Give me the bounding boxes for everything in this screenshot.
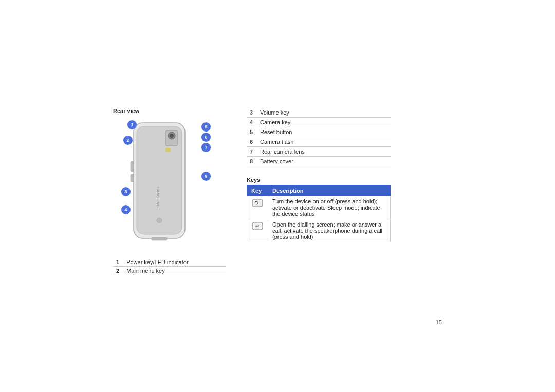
part-number: 7 — [247, 147, 257, 157]
svg-rect-7 — [131, 161, 134, 172]
key-icon-cell — [247, 196, 268, 219]
key-description: Open the dialling screen; make or answer… — [268, 219, 391, 242]
parts-row: 8 Battery cover — [247, 157, 391, 166]
part-label: Camera flash — [257, 137, 391, 147]
svg-rect-11 — [252, 199, 263, 207]
phone-diagram: SAMSUNG 1 2 3 4 5 6 7 9 — [113, 120, 216, 249]
callout-number: 1 — [113, 258, 123, 267]
key-description: Turn the device on or off (press and hol… — [268, 196, 391, 219]
part-number: 6 — [247, 137, 257, 147]
callout-dot-1: 1 — [127, 120, 137, 129]
callout-dot-9: 9 — [201, 172, 211, 181]
callout-label: Power key/LED indicator — [123, 258, 226, 267]
parts-row: 6 Camera flash — [247, 137, 391, 147]
svg-rect-9 — [152, 237, 167, 240]
keys-table: Key Description Turn the device on or of… — [247, 185, 391, 242]
svg-text:↩: ↩ — [255, 223, 260, 229]
rear-view-title: Rear view — [113, 108, 139, 114]
parts-table: 3 Volume key 4 Camera key 5 Reset button… — [247, 108, 391, 166]
call-key-icon: ↩ — [251, 221, 264, 231]
svg-rect-5 — [165, 148, 171, 152]
keys-col-key: Key — [247, 185, 268, 196]
parts-row: 4 Camera key — [247, 118, 391, 127]
callout-label: Main menu key — [123, 267, 226, 275]
callout-dot-3: 3 — [121, 187, 131, 196]
left-panel: Rear view SAMSUNG — [113, 108, 226, 275]
parts-row: 3 Volume key — [247, 108, 391, 118]
key-row: Turn the device on or off (press and hol… — [247, 196, 391, 219]
part-number: 3 — [247, 108, 257, 118]
part-number: 5 — [247, 127, 257, 137]
phone-svg: SAMSUNG — [128, 120, 195, 244]
part-label: Rear camera lens — [257, 147, 391, 157]
callout-number: 2 — [113, 267, 123, 275]
right-panel: 3 Volume key 4 Camera key 5 Reset button… — [247, 108, 391, 242]
power-key-icon — [251, 198, 264, 208]
svg-text:SAMSUNG: SAMSUNG — [156, 187, 160, 208]
callout-table: 1 Power key/LED indicator 2 Main menu ke… — [113, 258, 226, 275]
callout-dot-2: 2 — [123, 136, 133, 145]
page-number: 15 — [436, 319, 442, 325]
keys-section-title: Keys — [247, 177, 391, 183]
part-label: Camera key — [257, 118, 391, 127]
part-label: Volume key — [257, 108, 391, 118]
key-icon-cell: ↩ — [247, 219, 268, 242]
svg-point-10 — [157, 218, 162, 223]
callout-dot-6: 6 — [201, 133, 211, 142]
parts-row: 7 Rear camera lens — [247, 147, 391, 157]
keys-col-description: Description — [268, 185, 391, 196]
svg-point-4 — [170, 134, 174, 138]
part-label: Battery cover — [257, 157, 391, 166]
svg-rect-8 — [131, 174, 134, 182]
content-area: Rear view SAMSUNG — [113, 108, 391, 275]
part-number: 8 — [247, 157, 257, 166]
part-label: Reset button — [257, 127, 391, 137]
callout-dot-4: 4 — [121, 205, 131, 214]
key-row: ↩ Open the dialling screen; make or answ… — [247, 219, 391, 242]
callout-dot-7: 7 — [201, 143, 211, 152]
callout-dot-5: 5 — [201, 122, 211, 132]
callout-row: 2 Main menu key — [113, 267, 226, 275]
page: Rear view SAMSUNG — [0, 0, 555, 392]
part-number: 4 — [247, 118, 257, 127]
callout-row: 1 Power key/LED indicator — [113, 258, 226, 267]
parts-row: 5 Reset button — [247, 127, 391, 137]
